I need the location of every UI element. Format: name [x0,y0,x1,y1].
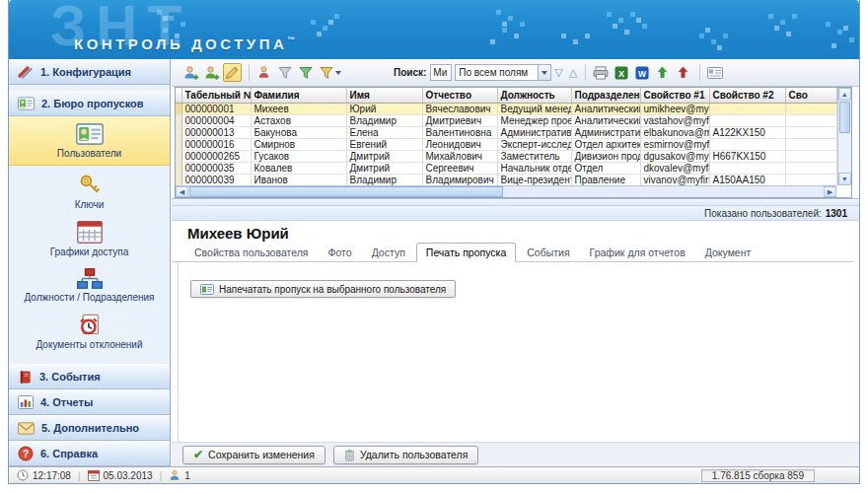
delete-user-button[interactable] [254,63,273,82]
sidebar-item-keys[interactable]: Ключи [9,166,170,214]
sidebar-section-help[interactable]: ? 6. Справка [9,441,170,466]
table-cell[interactable]: Владимир [346,174,422,185]
table-cell[interactable] [785,103,836,114]
table-cell[interactable]: umikheev@myfirm.or [640,103,709,114]
sidebar-section-events[interactable]: 3. События [9,364,170,389]
print-button[interactable] [591,63,610,82]
add-user-button[interactable] [181,63,200,82]
table-row[interactable]: 000000016СмирновЕвгенийЛеонидовичЭксперт… [176,138,836,150]
tab-print-pass[interactable]: Печать пропуска [416,243,516,262]
filter-apply-button[interactable] [296,63,315,82]
horizontal-scroll-thumb[interactable] [189,186,503,197]
table-cell[interactable]: Аналитический [571,114,640,126]
table-cell[interactable]: Смирнов [251,138,346,150]
table-cell[interactable]: Ковалев [251,162,346,174]
table-cell[interactable]: vastahov@myfirm.or [640,114,709,126]
table-cell[interactable]: Менеджер проектов [497,114,571,126]
table-cell[interactable]: A150AA150 [709,174,785,185]
combo-dropdown-button[interactable] [538,65,550,80]
table-cell[interactable] [785,162,836,174]
table-cell[interactable]: H667KX150 [709,150,785,162]
table-cell[interactable] [785,174,836,185]
tab-report-schedule[interactable]: График для отчетов [581,244,694,261]
table-cell[interactable]: Аналитический [571,103,640,114]
table-cell[interactable]: Вице-президент по [497,174,571,185]
horizontal-scroll-track[interactable] [503,186,824,197]
table-cell[interactable]: Астахов [251,114,346,126]
table-cell[interactable]: Правление [571,174,640,185]
table-cell[interactable]: A122KX150 [709,126,785,138]
vertical-scroll-thumb[interactable] [839,102,851,133]
table-cell[interactable]: 000000035 [181,162,251,174]
sidebar-item-deviation-documents[interactable]: Документы отклонений [9,307,170,354]
table-cell[interactable] [709,114,785,126]
tab-photo[interactable]: Фото [320,244,361,261]
sidebar-item-positions-departments[interactable]: Должности / Подразделения [9,261,170,307]
scroll-right-arrow[interactable]: ▶ [824,186,836,197]
column-header[interactable]: Подразделение [571,88,640,103]
column-header[interactable]: Табельный № [181,88,251,103]
table-cell[interactable]: Административный [571,126,640,138]
table-cell[interactable]: 000000039 [181,174,251,185]
table-cell[interactable]: Дмитриевич [422,114,497,126]
table-cell[interactable]: Заместитель [497,150,571,162]
table-cell[interactable] [709,162,785,174]
sidebar-section-configuration[interactable]: 1. Конфигурация [9,59,170,85]
table-cell[interactable]: Леонидович [422,138,497,150]
table-cell[interactable]: Юрий [346,103,422,114]
table-cell[interactable]: 000000001 [181,103,251,114]
tab-events[interactable]: События [518,244,578,261]
table-cell[interactable]: Елена [346,126,422,138]
table-cell[interactable] [785,138,836,150]
scroll-down-arrow[interactable]: ▼ [838,173,852,185]
scroll-up-arrow[interactable]: ▲ [838,88,852,101]
sort-descending-button[interactable]: ▽ [554,63,562,82]
sidebar-item-users[interactable]: Пользователи [9,116,170,166]
table-cell[interactable]: Михеев [251,103,346,114]
vertical-scrollbar[interactable]: ▲ ▼ [837,88,852,185]
table-cell[interactable]: 000000016 [181,138,251,150]
search-input[interactable] [430,64,452,81]
table-cell[interactable]: dkovalev@myfirm.or [640,162,709,174]
export-button[interactable] [674,63,692,82]
table-cell[interactable]: Бакунова [251,126,346,138]
export-excel-button[interactable]: X [612,63,630,82]
table-row[interactable]: 000000004АстаховВладимирДмитриевичМенедж… [176,114,836,126]
table-cell[interactable]: Евгений [346,138,422,150]
table-cell[interactable] [709,138,785,150]
sidebar-section-additional[interactable]: 5. Дополнительно [9,415,170,441]
add-user-group-button[interactable] [202,63,221,82]
column-header[interactable]: Свойство #1 [640,88,709,103]
table-cell[interactable]: esmirnov@myfirm.or [640,138,709,150]
search-scope-select[interactable]: По всем полям [455,64,551,81]
table-cell[interactable]: Начальник отдела [497,162,571,174]
table-cell[interactable]: Административный [497,126,571,138]
panel-splitter[interactable]: ▼ [172,198,859,206]
table-cell[interactable]: Владимир [346,114,422,126]
export-word-button[interactable]: W [632,63,651,82]
table-cell[interactable]: Дивизион продаж и [571,150,640,162]
filter-options-button[interactable] [317,63,344,82]
horizontal-scrollbar[interactable]: ◀ ▶ [176,185,836,197]
table-row[interactable]: 0000000265ГусаковДмитрийМихайловичЗамест… [176,150,836,162]
table-cell[interactable]: Сергеевич [422,162,497,174]
scroll-left-arrow[interactable]: ◀ [176,186,188,197]
table-cell[interactable]: Эксперт-исследова [497,138,571,150]
table-cell[interactable]: vivanov@myfirm.org [640,174,709,185]
table-cell[interactable]: Михайлович [422,150,497,162]
delete-user-button-bottom[interactable]: Удалить пользователя [333,446,479,464]
table-cell[interactable]: Отдел [571,162,640,174]
tab-document[interactable]: Документ [696,244,760,261]
sidebar-item-access-schedules[interactable]: Графики доступа [9,214,170,261]
table-cell[interactable] [709,103,785,114]
column-header[interactable]: Должность [497,88,571,103]
sidebar-section-pass-bureau[interactable]: 2. Бюро пропусков [9,91,170,116]
column-header[interactable]: Сво [785,88,836,103]
table-row[interactable]: 000000039ИвановВладимирВладимировичВице-… [176,174,836,185]
column-header[interactable]: Отчество [422,88,497,103]
table-cell[interactable] [785,150,836,162]
sidebar-section-reports[interactable]: 4. Отчеты [9,389,170,415]
table-cell[interactable]: 0000000265 [181,150,251,162]
table-cell[interactable]: elbakunova@myfirm. [640,126,709,138]
column-header[interactable]: Свойство #2 [709,88,785,103]
